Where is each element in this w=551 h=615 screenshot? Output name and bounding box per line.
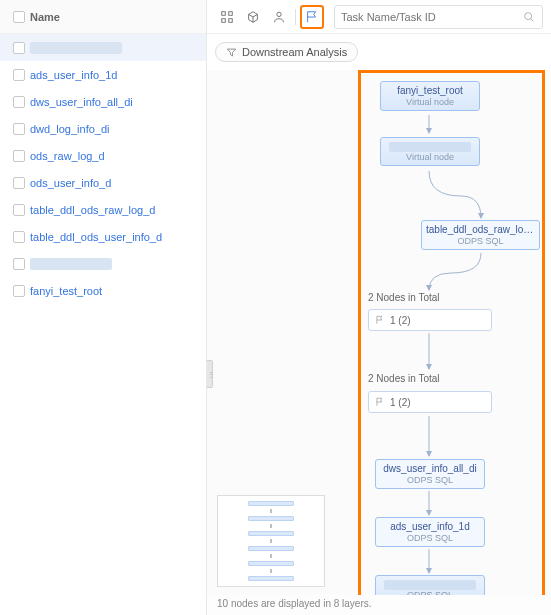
list-item[interactable]: dws_user_info_all_di: [0, 88, 206, 115]
grid-icon: [220, 10, 234, 24]
dag-node-obscured-1[interactable]: Virtual node: [380, 137, 480, 166]
list-item-label[interactable]: table_ddl_ods_raw_log_d: [30, 204, 155, 216]
list-item-label[interactable]: dws_user_info_all_di: [30, 96, 133, 108]
list-item[interactable]: table_ddl_ods_user_info_d: [0, 223, 206, 250]
node-title: fanyi_test_root: [381, 82, 479, 97]
group-2-label: 2 Nodes in Total: [368, 373, 440, 384]
flag-small-icon: [375, 315, 385, 325]
task-list: ads_user_info_1ddws_user_info_all_didwd_…: [0, 34, 206, 304]
search-icon: [522, 10, 536, 24]
flag-view-button[interactable]: [300, 5, 324, 29]
row-checkbox[interactable]: [13, 204, 25, 216]
node-subtitle: Virtual node: [381, 97, 479, 110]
list-item[interactable]: [0, 34, 206, 61]
user-view-button[interactable]: [267, 5, 291, 29]
grid-view-button[interactable]: [215, 5, 239, 29]
main-panel: Downstream Analysis ⋮⋮ fanyi_test_root: [207, 0, 551, 615]
node-subtitle: ODPS SQL: [376, 475, 484, 488]
row-checkbox[interactable]: [13, 150, 25, 162]
row-checkbox[interactable]: [13, 123, 25, 135]
node-subtitle: Virtual node: [381, 152, 479, 165]
list-header: Name: [0, 0, 206, 34]
cube-icon: [246, 10, 260, 24]
svg-point-5: [525, 12, 532, 19]
minimap[interactable]: [217, 495, 325, 587]
svg-rect-3: [229, 18, 233, 22]
list-item[interactable]: dwd_log_info_di: [0, 115, 206, 142]
svg-point-4: [277, 12, 281, 16]
dag-node-fanyi-test-root[interactable]: fanyi_test_root Virtual node: [380, 81, 480, 111]
node-title: table_ddl_ods_raw_log_d: [422, 221, 539, 236]
list-item-label[interactable]: ods_user_info_d: [30, 177, 111, 189]
toolbar: [207, 0, 551, 34]
row-checkbox[interactable]: [13, 177, 25, 189]
dag-node-table-ddl-ods-raw-log-d[interactable]: table_ddl_ods_raw_log_d ODPS SQL: [421, 220, 540, 250]
status-bar: 10 nodes are displayed in 8 layers.: [207, 595, 551, 615]
list-item-label[interactable]: ads_user_info_1d: [30, 69, 117, 81]
flag-small-icon: [375, 397, 385, 407]
node-title: ads_user_info_1d: [376, 518, 484, 533]
node-title: [389, 142, 471, 152]
row-checkbox[interactable]: [13, 96, 25, 108]
dag-node-ads-user-info-1d[interactable]: ads_user_info_1d ODPS SQL: [375, 517, 485, 547]
group-2-count: 1 (2): [390, 397, 411, 408]
group-1-count: 1 (2): [390, 315, 411, 326]
list-item[interactable]: [0, 250, 206, 277]
list-item-label[interactable]: [30, 42, 122, 54]
group-1-box[interactable]: 1 (2): [368, 309, 492, 331]
search-input[interactable]: [341, 11, 522, 23]
list-item-label[interactable]: ods_raw_log_d: [30, 150, 105, 162]
list-item[interactable]: table_ddl_ods_raw_log_d: [0, 196, 206, 223]
panel-resize-handle[interactable]: ⋮⋮: [207, 360, 213, 388]
svg-rect-0: [222, 11, 226, 15]
analysis-bar: Downstream Analysis: [207, 34, 551, 70]
row-checkbox[interactable]: [13, 42, 25, 54]
select-all-checkbox[interactable]: [13, 11, 25, 23]
row-checkbox[interactable]: [13, 69, 25, 81]
downstream-analysis-button[interactable]: Downstream Analysis: [215, 42, 358, 62]
list-item-label[interactable]: [30, 258, 112, 270]
list-item-label[interactable]: fanyi_test_root: [30, 285, 102, 297]
dag-highlight-region: fanyi_test_root Virtual node Virtual nod…: [361, 73, 542, 615]
downstream-analysis-label: Downstream Analysis: [242, 46, 347, 58]
flag-icon: [305, 10, 319, 24]
list-item-label[interactable]: table_ddl_ods_user_info_d: [30, 231, 162, 243]
row-checkbox[interactable]: [13, 285, 25, 297]
list-item[interactable]: fanyi_test_root: [0, 277, 206, 304]
list-item-label[interactable]: dwd_log_info_di: [30, 123, 110, 135]
node-title: dws_user_info_all_di: [376, 460, 484, 475]
svg-rect-1: [229, 11, 233, 15]
user-icon: [272, 10, 286, 24]
row-checkbox[interactable]: [13, 258, 25, 270]
search-box[interactable]: [334, 5, 543, 29]
node-title: [384, 580, 476, 590]
dag-node-dws-user-info-all-di[interactable]: dws_user_info_all_di ODPS SQL: [375, 459, 485, 489]
toolbar-divider: [295, 9, 296, 25]
node-subtitle: ODPS SQL: [422, 236, 539, 249]
node-subtitle: ODPS SQL: [376, 533, 484, 546]
sidebar: Name ads_user_info_1ddws_user_info_all_d…: [0, 0, 207, 615]
group-1-label: 2 Nodes in Total: [368, 292, 440, 303]
group-2-box[interactable]: 1 (2): [368, 391, 492, 413]
filter-icon: [226, 47, 237, 58]
list-item[interactable]: ods_user_info_d: [0, 169, 206, 196]
svg-rect-2: [222, 18, 226, 22]
cube-view-button[interactable]: [241, 5, 265, 29]
name-column-header: Name: [30, 11, 60, 23]
row-checkbox[interactable]: [13, 231, 25, 243]
list-item[interactable]: ads_user_info_1d: [0, 61, 206, 88]
dag-canvas[interactable]: ⋮⋮ fanyi_test_root Virtual node: [207, 70, 551, 615]
list-item[interactable]: ods_raw_log_d: [0, 142, 206, 169]
